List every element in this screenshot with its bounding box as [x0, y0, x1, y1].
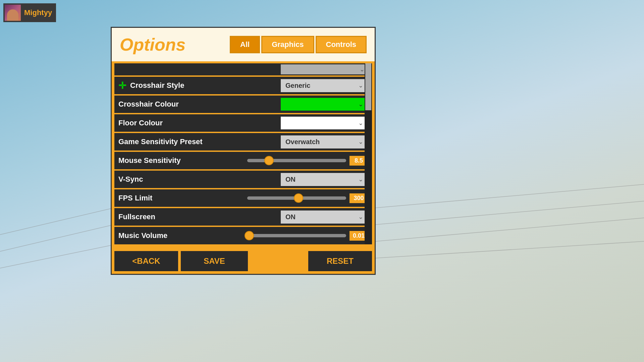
vsync-row: V-Sync ON ⌄ — [114, 171, 372, 188]
mouse-sensitivity-label: Mouse Sensitivity — [118, 156, 247, 165]
crosshair-style-row: ✛ Crosshair Style Generic ⌄ — [114, 77, 372, 94]
fullscreen-arrow: ⌄ — [358, 213, 363, 221]
fullscreen-label: Fullscreen — [118, 213, 281, 221]
username-label: Mightyy — [24, 8, 52, 17]
vsync-arrow: ⌄ — [358, 176, 363, 183]
game-sensitivity-preset-row: Game Sensitivity Preset Overwatch ⌄ — [114, 133, 372, 150]
game-sensitivity-preset-arrow: ⌄ — [358, 138, 363, 145]
scrollbar-thumb[interactable] — [365, 63, 371, 110]
floor-colour-row: Floor Colour ⌄ — [114, 114, 372, 132]
vsync-label: V-Sync — [118, 175, 281, 184]
music-volume-label: Music Volume — [118, 231, 247, 240]
mouse-sensitivity-row: Mouse Sensitivity 8.5 — [114, 152, 372, 169]
partial-row-dropdown: ⌄ — [281, 64, 368, 74]
floor-colour-dropdown[interactable]: ⌄ — [281, 117, 368, 129]
crosshair-style-label: Crosshair Style — [130, 81, 281, 90]
options-title: Options — [120, 35, 185, 55]
fullscreen-row: Fullscreen ON ⌄ — [114, 208, 372, 226]
music-volume-track[interactable] — [247, 234, 346, 237]
settings-scroll-wrapper: ⌄ ✛ Crosshair Style Generic ⌄ Crosshair … — [114, 63, 372, 244]
svg-line-0 — [0, 208, 114, 235]
tabs-container: All Graphics Controls — [230, 36, 367, 53]
svg-line-4 — [376, 201, 644, 225]
svg-line-3 — [376, 184, 644, 208]
music-volume-thumb[interactable] — [245, 231, 254, 240]
save-button[interactable]: SAVE — [181, 251, 248, 271]
mouse-sensitivity-thumb[interactable] — [264, 156, 274, 165]
crosshair-colour-row: Crosshair Colour ⌄ — [114, 96, 372, 113]
options-header: Options All Graphics Controls — [112, 28, 375, 61]
mouse-sensitivity-slider-container: 8.5 — [247, 156, 368, 166]
fps-limit-label: FPS Limit — [118, 194, 247, 202]
avatar — [5, 5, 21, 21]
crosshair-plus-icon: ✛ — [118, 80, 126, 91]
game-sensitivity-preset-label: Game Sensitivity Preset — [118, 137, 281, 146]
game-sensitivity-preset-dropdown[interactable]: Overwatch ⌄ — [281, 135, 368, 148]
crosshair-style-value: Generic — [285, 82, 310, 89]
user-badge: Mightyy — [3, 3, 56, 22]
reset-button[interactable]: RESET — [308, 251, 372, 271]
game-sensitivity-preset-value: Overwatch — [285, 138, 320, 146]
vsync-value: ON — [285, 176, 296, 183]
vsync-dropdown[interactable]: ON ⌄ — [281, 173, 368, 186]
bottom-buttons: <BACK SAVE RESET — [112, 248, 375, 274]
crosshair-colour-arrow: ⌄ — [358, 101, 363, 108]
tab-graphics[interactable]: Graphics — [261, 36, 314, 53]
crosshair-style-dropdown[interactable]: Generic ⌄ — [281, 79, 368, 92]
fps-limit-slider-container: 300 — [247, 193, 368, 203]
settings-list: ⌄ ✛ Crosshair Style Generic ⌄ Crosshair … — [112, 61, 375, 248]
tab-controls[interactable]: Controls — [316, 36, 367, 53]
svg-line-1 — [0, 225, 114, 251]
svg-line-6 — [376, 241, 644, 258]
mouse-sensitivity-track[interactable] — [247, 159, 346, 162]
fullscreen-value: ON — [285, 213, 296, 221]
partial-row: ⌄ — [114, 63, 372, 75]
crosshair-colour-dropdown[interactable]: ⌄ — [281, 98, 368, 111]
fps-limit-row: FPS Limit 300 — [114, 189, 372, 207]
fullscreen-dropdown[interactable]: ON ⌄ — [281, 210, 368, 224]
fps-limit-track[interactable] — [247, 196, 346, 200]
tab-all[interactable]: All — [230, 36, 260, 53]
svg-line-5 — [376, 218, 644, 241]
crosshair-style-arrow: ⌄ — [358, 82, 363, 89]
scrollbar-track[interactable] — [365, 63, 372, 244]
floor-colour-label: Floor Colour — [118, 119, 281, 127]
svg-line-2 — [0, 245, 114, 268]
options-panel: Options All Graphics Controls ⌄ ✛ Cross — [111, 27, 376, 275]
fps-limit-thumb[interactable] — [294, 193, 303, 203]
music-volume-row: Music Volume 0.01 — [114, 227, 372, 244]
back-button[interactable]: <BACK — [114, 251, 178, 271]
crosshair-colour-label: Crosshair Colour — [118, 100, 281, 109]
music-volume-slider-container: 0.01 — [247, 231, 368, 241]
floor-colour-arrow: ⌄ — [358, 119, 363, 127]
